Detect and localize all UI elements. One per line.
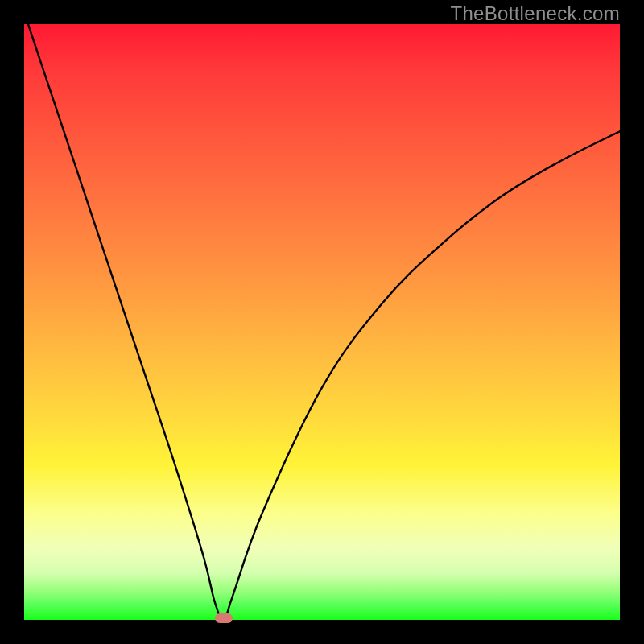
bottleneck-curve — [24, 24, 620, 620]
optimal-point-marker — [215, 613, 233, 623]
plot-area — [24, 24, 620, 620]
watermark-text: TheBottleneck.com — [450, 2, 620, 25]
chart-frame: TheBottleneck.com — [0, 0, 644, 644]
